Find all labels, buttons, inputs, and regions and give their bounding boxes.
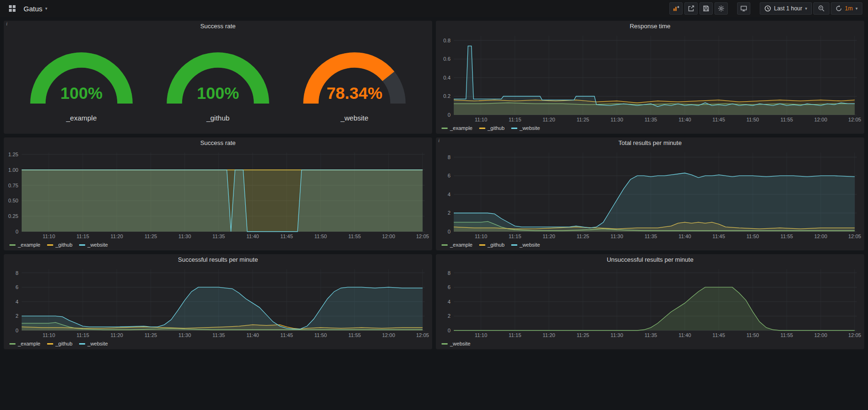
x-tick-label: 11:25 <box>577 117 589 122</box>
zoom-out-button[interactable] <box>813 2 829 15</box>
add-panel-icon <box>673 5 679 12</box>
x-tick-label: 11:35 <box>644 117 657 122</box>
legend-item-_example[interactable]: _example <box>442 242 473 248</box>
time-range-label: Last 1 hour <box>774 5 802 12</box>
legend-item-_github[interactable]: _github <box>47 242 72 248</box>
y-tick-label: 4 <box>448 299 450 305</box>
refresh-button[interactable]: 1m ▾ <box>831 2 862 15</box>
panel-title[interactable]: Successful results per minute <box>4 254 432 265</box>
save-button[interactable] <box>699 2 713 15</box>
legend-label: _example <box>450 125 473 131</box>
legend-item-_github[interactable]: _github <box>47 341 72 346</box>
panel-info-icon[interactable]: i <box>438 138 440 143</box>
chart-success-rate[interactable]: 11:1011:1511:2011:2511:3011:3511:4011:45… <box>4 149 432 241</box>
legend-item-_github[interactable]: _github <box>479 125 505 131</box>
legend-label: _website <box>520 125 540 131</box>
time-range-button[interactable]: Last 1 hour ▾ <box>760 2 812 15</box>
chart-successful-results[interactable]: 11:1011:1511:2011:2511:3011:3511:4011:45… <box>4 265 432 340</box>
save-icon <box>703 5 709 12</box>
gear-icon <box>718 5 724 12</box>
chart-response-time[interactable]: 11:1011:1511:2011:2511:3011:3511:4011:45… <box>436 32 864 124</box>
y-tick-label: 4 <box>16 299 18 305</box>
y-tick-label: 0 <box>448 328 450 333</box>
legend-marker <box>79 343 85 345</box>
legend-item-_example[interactable]: _example <box>442 125 473 131</box>
chart-canvas[interactable]: 11:1011:1511:2011:2511:3011:3511:4011:45… <box>4 265 432 340</box>
x-tick-label: 11:20 <box>111 332 123 338</box>
chart-canvas[interactable]: 11:1011:1511:2011:2511:3011:3511:4011:45… <box>4 149 432 241</box>
panel-title[interactable]: Response time <box>436 21 864 32</box>
series-fill-_website <box>454 287 855 330</box>
panel-response-time: Response time 11:1011:1511:2011:2511:301… <box>436 21 864 134</box>
legend-item-_github[interactable]: _github <box>479 242 505 248</box>
dashboards-grid-icon[interactable] <box>6 3 19 14</box>
y-tick-label: 0.6 <box>443 56 450 62</box>
legend-item-_example[interactable]: _example <box>9 341 40 346</box>
x-tick-label: 12:00 <box>382 332 395 338</box>
refresh-interval-label: 1m <box>845 5 853 12</box>
gauge-_website: 78.34%_website <box>296 42 413 122</box>
chart-canvas[interactable]: 11:1011:1511:2011:2511:3011:3511:4011:45… <box>436 149 864 241</box>
x-tick-label: 11:20 <box>543 117 555 122</box>
gauge-arc: 100% <box>159 42 277 113</box>
panel-total-results: i Total results per minute 11:1011:1511:… <box>436 137 864 250</box>
x-tick-label: 11:50 <box>747 332 759 338</box>
legend-label: _website <box>520 242 540 248</box>
legend-item-_website[interactable]: _website <box>511 242 540 248</box>
share-button[interactable] <box>684 2 698 15</box>
legend-item-_website[interactable]: _website <box>79 341 108 346</box>
x-tick-label: 11:40 <box>246 332 259 338</box>
panel-info-icon[interactable]: i <box>6 21 8 26</box>
x-tick-label: 11:45 <box>281 332 293 338</box>
x-tick-label: 11:25 <box>145 233 157 239</box>
series-fill-_website <box>454 173 855 232</box>
x-tick-label: 11:50 <box>314 332 327 338</box>
legend-marker <box>47 244 53 246</box>
y-tick-label: 2 <box>16 313 18 319</box>
legend-label: _github <box>488 242 505 248</box>
chart-unsuccessful-results[interactable]: 11:1011:1511:2011:2511:3011:3511:4011:45… <box>436 265 864 340</box>
panel-title[interactable]: Success rate <box>4 21 432 32</box>
panel-title[interactable]: Unsuccessful results per minute <box>436 254 864 265</box>
legend-label: _github <box>56 341 72 346</box>
x-tick-label: 11:15 <box>509 332 522 338</box>
legend-item-_example[interactable]: _example <box>9 242 40 248</box>
x-tick-label: 11:30 <box>178 233 191 239</box>
legend: _example_github_website <box>436 241 864 250</box>
x-tick-label: 11:45 <box>281 233 293 239</box>
gauge-_example: 100%_example <box>23 42 140 122</box>
x-tick-label: 11:35 <box>644 233 657 239</box>
x-tick-label: 12:00 <box>814 233 828 239</box>
x-tick-label: 12:05 <box>416 332 429 338</box>
gauge-arc: 78.34% <box>296 42 413 113</box>
x-tick-label: 11:10 <box>42 332 55 338</box>
x-tick-label: 11:40 <box>246 233 259 239</box>
y-tick-label: 2 <box>448 210 450 216</box>
dashboard-title-dropdown[interactable]: Gatus ▾ <box>24 5 48 13</box>
legend-marker <box>47 343 53 345</box>
monitor-icon <box>740 5 747 12</box>
legend-label: _website <box>88 242 108 248</box>
y-tick-label: 8 <box>448 154 450 160</box>
x-tick-label: 11:50 <box>314 233 327 239</box>
legend-marker <box>511 244 517 246</box>
chart-total-results[interactable]: 11:1011:1511:2011:2511:3011:3511:4011:45… <box>436 149 864 241</box>
legend-label: _example <box>18 242 40 248</box>
legend-marker <box>479 244 485 246</box>
legend-marker <box>479 128 485 129</box>
y-tick-label: 0 <box>448 112 450 118</box>
legend-item-_website[interactable]: _website <box>511 125 540 131</box>
x-tick-label: 11:10 <box>474 332 487 338</box>
tv-mode-button[interactable] <box>737 2 750 15</box>
panel-title[interactable]: Success rate <box>4 137 432 149</box>
add-panel-button[interactable] <box>669 2 683 15</box>
legend-item-_website[interactable]: _website <box>79 242 108 248</box>
chart-canvas[interactable]: 11:1011:1511:2011:2511:3011:3511:4011:45… <box>436 265 864 340</box>
legend-item-_website[interactable]: _website <box>442 341 470 346</box>
x-tick-label: 11:55 <box>348 332 361 338</box>
chart-canvas[interactable]: 11:1011:1511:2011:2511:3011:3511:4011:45… <box>436 32 864 124</box>
settings-button[interactable] <box>715 2 728 15</box>
gauge-value-text: 78.34% <box>327 84 383 102</box>
panel-title[interactable]: Total results per minute <box>436 137 864 149</box>
legend-marker <box>442 128 448 129</box>
